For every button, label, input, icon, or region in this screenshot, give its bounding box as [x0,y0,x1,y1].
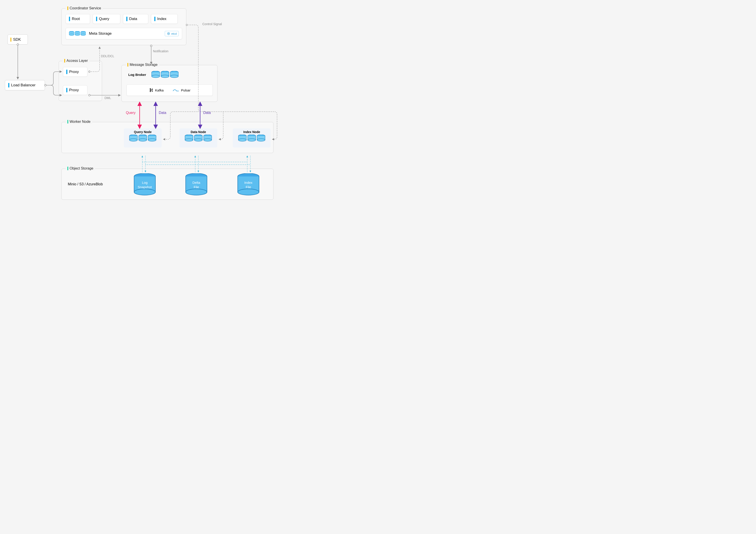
edge-query: Query [126,111,136,115]
gear-icon [167,32,170,35]
cylinder-icon [185,135,193,142]
log-broker-label: Log Broker [128,73,146,76]
cylinder-icon [257,135,265,142]
edge-control-signal: Control Signal [202,22,222,26]
cylinder-icon [170,71,178,78]
edge-data-1: Data [159,111,166,115]
broker-impl-row: Kafka Pulsar [126,84,213,96]
edge-data-2: Data [203,111,211,115]
index-node-label: Index Node [233,128,271,135]
message-storage-title: Message Storage [126,63,159,67]
cylinder-icon [80,31,86,36]
cylinder-icon [203,135,212,142]
cylinder-icon [248,135,256,142]
coord-data: Data [123,14,148,24]
query-node-box: Query Node [124,128,162,148]
cylinder-icon [151,71,160,78]
load-balancer-box: Load Balancer [5,80,45,90]
meta-storage-label: Meta Storage [89,31,112,36]
etcd-badge: etcd [165,31,179,36]
kafka-icon [149,88,153,92]
data-node-label: Data Node [179,128,217,135]
edge-notification: Notification [153,49,168,53]
coordinator-group: Coordinator Service Root Query Data Inde… [61,9,186,45]
svg-line-25 [151,90,152,91]
cylinder-icon [238,135,247,142]
svg-point-22 [152,91,153,92]
index-node-box: Index Node [233,128,271,148]
access-layer-group: Access Layer Proxy Proxy [59,61,102,101]
sdk-box: SDK [8,35,28,44]
cylinder-icon [75,31,80,36]
svg-line-24 [151,89,152,90]
log-broker-row: Log Broker [128,71,178,78]
svg-point-21 [152,89,153,90]
cylinder-icon [139,135,147,142]
cylinder-icon [69,31,74,36]
accent-tick [11,38,11,42]
query-node-label: Query Node [124,128,162,135]
cylinder-icon [194,135,202,142]
cylinder-icon [161,71,169,78]
pulsar-icon [173,88,179,92]
coordinator-title: Coordinator Service [66,6,103,10]
log-snapshot-cyl: Log Snapshot [134,173,156,189]
delta-file-cyl: Delta File [185,173,207,189]
accent-tick [8,83,9,87]
data-node-box: Data Node [179,128,217,148]
index-file-cyl: Index File [237,173,259,189]
coord-index: Index [151,14,178,24]
proxy-box-1: Proxy [63,67,87,77]
message-storage-group: Message Storage Log Broker Kafka Pulsar [122,65,217,102]
meta-storage-box: Meta Storage etcd [66,28,182,40]
load-balancer-label: Load Balancer [11,83,36,87]
access-layer-title: Access Layer [63,59,90,63]
object-storage-group: Object Storage Minio / S3 / AzureBlob Lo… [61,169,274,200]
edge-dml: DML [104,96,111,100]
coord-query: Query [93,14,120,24]
cylinder-icon [129,135,138,142]
object-storage-title: Object Storage [66,166,95,170]
worker-node-group: Worker Node Query Node Data Node Index N… [61,122,274,153]
cylinder-icon [148,135,156,142]
pulsar-label: Pulsar [181,88,191,92]
sdk-label: SDK [13,37,21,42]
proxy-box-2: Proxy [63,85,87,95]
worker-node-title: Worker Node [66,120,92,124]
edge-ddl-dcl: DDL/DCL [101,54,114,58]
svg-point-17 [168,33,169,34]
providers-label: Minio / S3 / AzureBlob [68,182,103,186]
coord-root: Root [66,14,90,24]
kafka-label: Kafka [155,88,164,92]
